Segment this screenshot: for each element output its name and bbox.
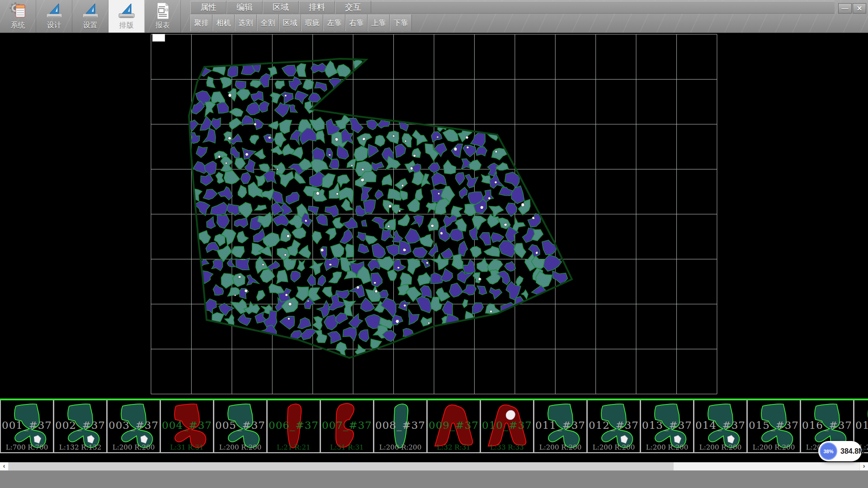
top-toolbar: 系统设计设置排版报表 属性编辑区域排料交互 聚排相机选割全割区域瑕疵左靠右靠上靠…: [0, 0, 868, 33]
scrollbar-thumb[interactable]: [8, 462, 674, 470]
tab-report[interactable]: 报表: [145, 0, 181, 33]
thumbnail-001_#37[interactable]: 001_#37L:700 R:700: [0, 400, 54, 453]
close-button[interactable]: ✕: [853, 3, 866, 14]
menu-item-2[interactable]: 区域: [263, 1, 299, 14]
piece-shape: [214, 400, 266, 452]
close-icon: ✕: [857, 5, 863, 12]
menu-bar: 属性编辑区域排料交互: [190, 1, 835, 14]
tool-button-6[interactable]: 左靠: [323, 14, 345, 31]
scroll-left-icon: ‹: [3, 462, 5, 469]
tab-label: 报表: [156, 21, 170, 30]
thumbnail-004_#37[interactable]: 004_#37L:31 R:31: [161, 400, 214, 453]
memory-gauge: 38% 384.8M: [818, 441, 862, 461]
tool-button-2[interactable]: 选割: [235, 14, 257, 31]
canvas-corner-box: [152, 34, 165, 42]
tool-button-8[interactable]: 上靠: [368, 14, 390, 31]
tab-label: 排版: [119, 21, 134, 30]
piece-shape: [534, 400, 586, 452]
thumbnail-008_#37[interactable]: 008_#37L:200 R:200: [374, 400, 428, 453]
piece-shape: [374, 400, 426, 452]
tool-button-0[interactable]: 聚排: [190, 14, 212, 31]
thumbnail-005_#37[interactable]: 005_#37L:200 R:200: [214, 400, 268, 453]
scroll-right-button[interactable]: ›: [859, 462, 868, 470]
status-bar: [0, 470, 868, 488]
thumbnail-007_#37[interactable]: 007_#37L:31 R:31: [321, 400, 374, 453]
thumbnail-015_#37[interactable]: 015_#37L:200 R:200: [748, 400, 801, 453]
tool-button-7[interactable]: 右靠: [345, 14, 368, 31]
thumbnail-009_#37[interactable]: 009_#37L:32 R:31: [428, 400, 481, 453]
report-icon: [153, 1, 172, 20]
menu-item-0[interactable]: 属性: [190, 1, 226, 14]
piece-shape: [161, 400, 213, 452]
piece-shape: [108, 400, 160, 452]
tab-label: 设置: [83, 21, 98, 30]
tool-button-9[interactable]: 下靠: [390, 14, 412, 31]
piece-shape: [481, 400, 533, 452]
window-controls: — ✕: [838, 3, 866, 14]
scroll-left-button[interactable]: ‹: [0, 462, 9, 470]
thumbnail-013_#37[interactable]: 013_#37L:200 R:200: [641, 400, 694, 453]
thumbnail-006_#37[interactable]: 006_#37L:21 R:21: [268, 400, 321, 453]
thumbnail-012_#37[interactable]: 012_#37L:200 R:200: [588, 400, 641, 453]
piece-shape: [54, 400, 106, 452]
memory-size: 384.8M: [840, 441, 864, 461]
nesting-layout-drawing: [0, 33, 868, 399]
piece-shape: [694, 400, 746, 452]
ruler-icon: [81, 1, 100, 20]
scroll-right-icon: ›: [863, 462, 865, 469]
memory-percent-badge: 38%: [820, 442, 837, 460]
menu-item-1[interactable]: 编辑: [226, 1, 263, 14]
app-tab-bar: 系统设计设置排版报表: [0, 0, 181, 33]
thumbnail-002_#37[interactable]: 002_#37L:132 R:132: [54, 400, 108, 453]
piece-shape: [588, 400, 640, 452]
tool-button-3[interactable]: 全割: [257, 14, 279, 31]
tab-label: 系统: [11, 21, 25, 30]
nesting-canvas[interactable]: [0, 33, 868, 399]
nesting-app-window: 系统设计设置排版报表 属性编辑区域排料交互 聚排相机选割全割区域瑕疵左靠右靠上靠…: [0, 0, 868, 488]
ruler-icon: [45, 1, 64, 20]
piece-shape: [1, 400, 53, 452]
piece-shape: [321, 400, 373, 452]
thumbnail-014_#37[interactable]: 014_#37L:200 R:200: [694, 400, 748, 453]
strip-bottom-gap: [0, 454, 868, 462]
piece-shape: [268, 400, 320, 452]
piece-shape: [428, 400, 480, 452]
nested-pieces: [186, 60, 568, 357]
system-icon: [9, 1, 28, 20]
tab-settings[interactable]: 设置: [72, 0, 108, 33]
minimize-button[interactable]: —: [838, 3, 852, 14]
thumbnail-strip: 001_#37L:700 R:700002_#37L:132 R:132003_…: [0, 399, 868, 454]
memory-percent: 38%: [823, 449, 833, 454]
thumbnail-011_#37[interactable]: 011_#37L:200 R:200: [534, 400, 588, 453]
tool-button-4[interactable]: 区域: [279, 14, 301, 31]
horizontal-scrollbar[interactable]: ‹ ›: [0, 462, 868, 470]
piece-shape: [641, 400, 693, 452]
piece-shape: [748, 400, 800, 452]
tab-layout[interactable]: 排版: [108, 0, 145, 33]
tool-button-1[interactable]: 相机: [212, 14, 235, 31]
tool-button-row: 聚排相机选割全割区域瑕疵左靠右靠上靠下靠: [190, 14, 412, 31]
tab-label: 设计: [47, 21, 61, 30]
tab-design[interactable]: 设计: [36, 0, 72, 33]
thumbnail-003_#37[interactable]: 003_#37L:200 R:200: [108, 400, 161, 453]
minimize-icon: —: [842, 5, 849, 12]
thumbnail-010_#37[interactable]: 010_#37L:33 R:33: [481, 400, 534, 453]
menu-item-4[interactable]: 交互: [335, 1, 371, 14]
ruler-icon: [117, 1, 136, 20]
menu-item-3[interactable]: 排料: [299, 1, 335, 14]
tool-button-5[interactable]: 瑕疵: [301, 14, 323, 31]
tab-system[interactable]: 系统: [0, 0, 36, 33]
